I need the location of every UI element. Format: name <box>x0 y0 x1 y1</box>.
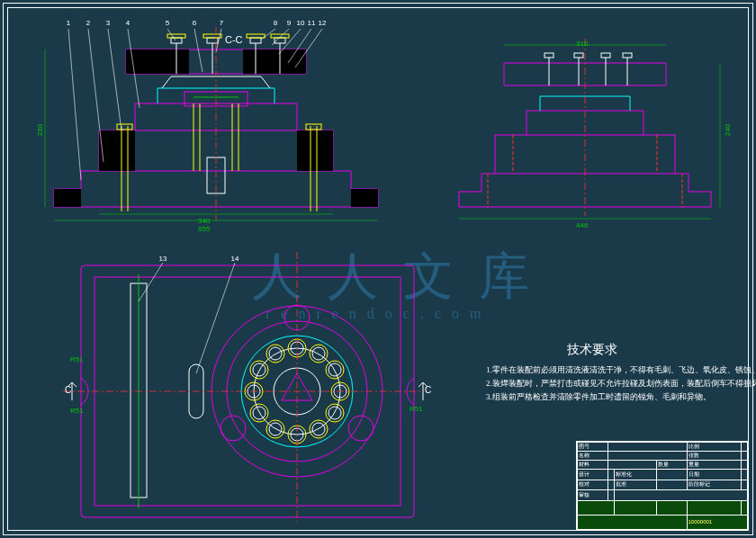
title-block: 图号 比例 名称 张数 材料 数量 重量 设计 标准化 日期 <box>576 441 749 531</box>
tb-std-label: 标准化 <box>614 470 656 480</box>
balloon-5: 5 <box>162 18 173 29</box>
tb-company <box>614 490 748 501</box>
dim-side-top: 310 <box>576 40 588 48</box>
balloon-8: 8 <box>270 18 281 29</box>
svg-rect-57 <box>623 53 632 58</box>
balloon-4: 4 <box>122 18 133 29</box>
tb-check-label: 校对 <box>578 480 608 490</box>
tb-scale-label: 比例 <box>687 443 742 452</box>
balloon-7: 7 <box>216 18 227 29</box>
tb-date-label: 日期 <box>687 470 742 480</box>
svg-rect-7 <box>117 124 132 130</box>
tb-qty-label: 数量 <box>656 461 687 470</box>
dim-side-bot: 446 <box>576 221 588 229</box>
requirement-1: 1.零件在装配前必须用清洗液清洗干净，不得有毛刺、飞边、氧化皮、锈蚀、切屑、油污… <box>486 364 756 376</box>
balloon-3: 3 <box>103 18 113 29</box>
balloon-2: 2 <box>83 18 94 29</box>
cad-drawing-canvas: 人人文库 r e n r e n d o c . c o m <box>0 0 756 538</box>
balloon-10: 10 <box>295 18 306 29</box>
front-section-view <box>27 18 405 234</box>
plan-view <box>45 247 432 526</box>
section-mark-left: C <box>65 385 71 395</box>
dim-r-r: R51 <box>410 405 423 413</box>
balloon-6: 6 <box>189 18 200 29</box>
dim-front-base: 855 <box>198 225 210 233</box>
svg-rect-0 <box>54 189 81 207</box>
tb-dwgno-label: 图号 <box>578 443 608 452</box>
dim-r-lb: R51 <box>70 407 84 415</box>
tb-name <box>608 452 687 461</box>
balloon-9: 9 <box>284 18 294 29</box>
section-label: C-C <box>225 34 243 45</box>
tb-material-label: 材料 <box>578 461 608 470</box>
svg-rect-25 <box>247 34 265 38</box>
svg-rect-14 <box>243 49 306 74</box>
dim-r-lt: R51 <box>70 355 84 363</box>
svg-rect-15 <box>171 38 182 43</box>
tb-dwgno <box>608 443 687 452</box>
svg-rect-1 <box>351 189 378 207</box>
dim-front-w: 340 <box>198 217 210 225</box>
svg-rect-26 <box>271 34 289 38</box>
tb-review-label: 审核 <box>578 490 608 501</box>
tb-design-label: 设计 <box>578 470 608 480</box>
tb-format: 10000001 <box>687 515 748 529</box>
balloon-11: 11 <box>306 18 317 29</box>
svg-rect-23 <box>167 34 185 38</box>
dim-side-h: 240 <box>724 124 732 136</box>
tb-stage-label: 阶段标记 <box>687 480 742 490</box>
svg-rect-10 <box>306 124 321 130</box>
svg-rect-55 <box>601 53 610 58</box>
svg-rect-24 <box>203 34 221 38</box>
dim-front-h: 230 <box>36 124 44 136</box>
tb-scale <box>742 443 748 452</box>
svg-rect-13 <box>126 49 189 74</box>
svg-rect-3 <box>99 130 135 171</box>
balloon-12: 12 <box>317 18 328 29</box>
svg-rect-53 <box>574 53 583 58</box>
tb-approve-label: 批准 <box>614 480 656 490</box>
balloon-1: 1 <box>63 18 74 29</box>
balloon-13: 13 <box>158 254 168 265</box>
section-mark-right: C <box>425 385 431 395</box>
svg-rect-4 <box>297 130 333 171</box>
tb-wt-label: 重量 <box>687 461 742 470</box>
svg-rect-21 <box>274 38 285 43</box>
requirements-title: 技术要求 <box>567 342 617 358</box>
svg-rect-19 <box>250 38 261 43</box>
requirement-3: 3.组装前严格检查并清除零件加工时遗留的锐角、毛刺和异物。 <box>486 391 711 403</box>
tb-material <box>608 461 656 470</box>
svg-rect-51 <box>544 53 554 58</box>
requirement-2: 2.装焊装配时，严禁打击或碰见不允许拉碰及划伤表面，装配后倒车不得损坏。 <box>486 378 756 390</box>
balloon-14: 14 <box>230 254 240 265</box>
tb-sheet-label: 张数 <box>687 452 742 461</box>
side-view <box>441 31 729 229</box>
tb-name-label: 名称 <box>578 452 608 461</box>
